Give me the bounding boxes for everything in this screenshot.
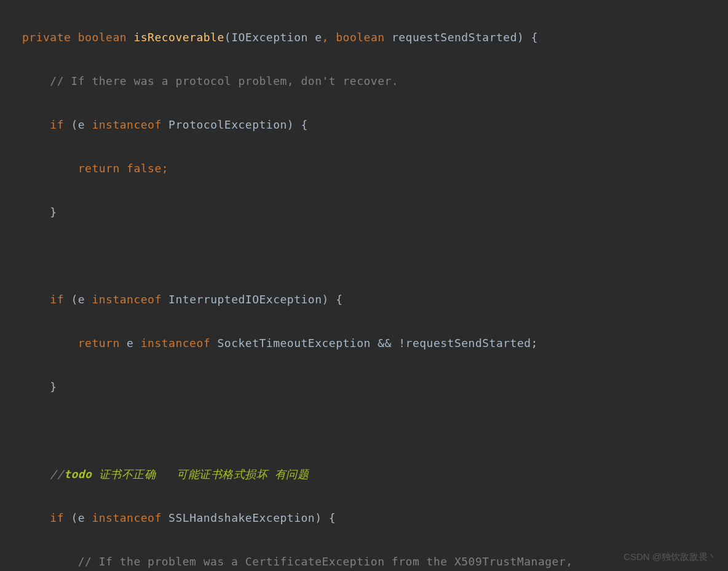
brace-close: } [50, 380, 57, 393]
todo-tag: todo [64, 468, 92, 481]
code-editor[interactable]: private boolean isRecoverable(IOExceptio… [0, 0, 728, 571]
keyword-private: private [22, 31, 71, 44]
keyword-instanceof: instanceof [92, 118, 161, 131]
param-name: e [315, 31, 322, 44]
comma: , [322, 31, 329, 44]
text: (e [64, 118, 92, 131]
code-line: return e instanceof SocketTimeoutExcepti… [22, 332, 728, 354]
keyword-instanceof: instanceof [92, 511, 161, 524]
expr: SocketTimeoutException && !requestSendSt… [210, 337, 538, 349]
comment: // If there was a protocol problem, don'… [50, 74, 398, 87]
keyword-boolean: boolean [78, 31, 127, 44]
code-line: if (e instanceof ProtocolException) { [22, 114, 728, 136]
method-name: isRecoverable [133, 31, 224, 44]
keyword-boolean: boolean [336, 31, 384, 44]
paren-close: ) [517, 31, 524, 44]
keyword-instanceof: instanceof [141, 337, 210, 349]
keyword-return: return [78, 337, 120, 349]
code-line: // If the problem was a CertificateExcep… [22, 551, 728, 571]
comment: // If the problem was a CertificateExcep… [78, 555, 573, 568]
code-line: if (e instanceof SSLHandshakeException) … [22, 507, 728, 529]
keyword-instanceof: instanceof [92, 293, 161, 306]
code-line: if (e instanceof InterruptedIOException)… [22, 289, 728, 311]
text: e [120, 337, 141, 349]
text: (e [64, 293, 92, 306]
param-type: IOException [231, 31, 308, 44]
todo-text: 证书不正确 可能证书格式损坏 有问题 [92, 468, 309, 481]
literal-false: false [127, 162, 162, 175]
keyword-if: if [50, 293, 64, 306]
keyword-if: if [50, 118, 64, 131]
code-line: } [22, 376, 728, 398]
brace-open: { [524, 31, 538, 44]
keyword-if: if [50, 511, 64, 524]
code-line-empty [22, 420, 728, 442]
keyword-return: return [78, 162, 120, 175]
param-name: requestSendStarted [392, 31, 517, 44]
class-ref: ProtocolException) { [162, 118, 308, 131]
text: (e [64, 511, 92, 524]
class-ref: SSLHandshakeException) { [162, 511, 336, 524]
code-line: //todo 证书不正确 可能证书格式损坏 有问题 [22, 463, 728, 485]
paren-open: ( [224, 31, 231, 44]
code-line: return false; [22, 158, 728, 180]
watermark: CSDN @独饮敌敌畏丶 [623, 548, 717, 566]
code-line: } [22, 201, 728, 223]
code-line: // If there was a protocol problem, don'… [22, 70, 728, 92]
class-ref: InterruptedIOException) { [162, 293, 343, 306]
brace-close: } [50, 206, 57, 218]
code-line: private boolean isRecoverable(IOExceptio… [22, 26, 728, 49]
code-line-empty [22, 245, 728, 267]
semicolon: ; [162, 162, 168, 175]
comment-slash: // [50, 468, 64, 481]
